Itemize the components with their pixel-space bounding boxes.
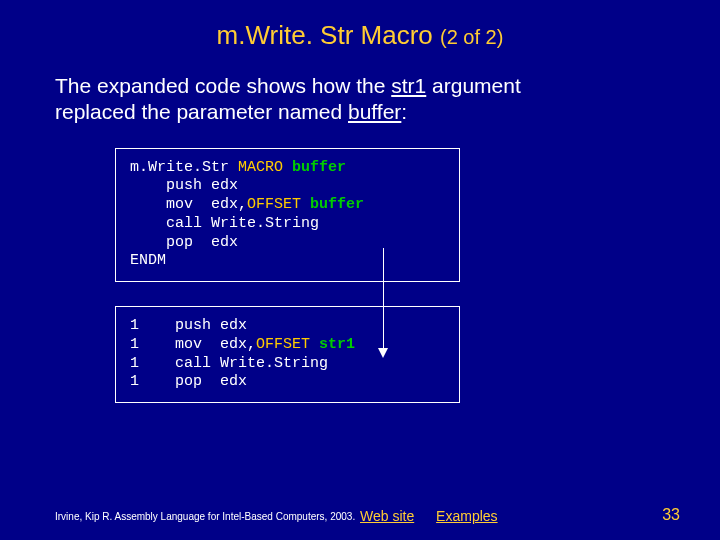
code2-l2c [310,336,319,353]
website-link[interactable]: Web site [360,508,414,524]
code2-l4: 1 pop edx [130,373,445,392]
code1-l3-buffer: buffer [310,196,364,213]
code2-l2-str1: str1 [319,336,355,353]
code1-l3c [301,196,310,213]
arrow-head-icon [378,348,388,358]
code2-l1: 1 push edx [130,317,445,336]
arrow-shaft [383,248,384,352]
title-main: m.Write. Str Macro [217,20,433,50]
body-line2-pre: replaced the parameter named [55,100,348,123]
code1-l3: mov edx,OFFSET buffer [130,196,445,215]
code2-l3: 1 call Write.String [130,355,445,374]
body-buffer: buffer [348,100,401,123]
code1-l1-macro: MACRO [238,159,283,176]
code1-l6: ENDM [130,252,445,271]
code2-l2-offset: OFFSET [256,336,310,353]
examples-link[interactable]: Examples [436,508,497,524]
citation-text: Irvine, Kip R. Assembly Language for Int… [55,511,355,522]
code1-l2: push edx [130,177,445,196]
footer: Irvine, Kip R. Assembly Language for Int… [0,502,720,522]
code1-l3a: mov edx, [130,196,247,213]
page-number: 33 [662,506,680,524]
slide: m.Write. Str Macro (2 of 2) The expanded… [0,0,720,540]
code1-l1: m.Write.Str MACRO buffer [130,159,445,178]
code2-l2a: 1 mov edx, [130,336,256,353]
body-text: The expanded code shows how the str1 arg… [0,51,720,126]
code-box-macro-def: m.Write.Str MACRO buffer push edx mov ed… [115,148,460,283]
code1-l1-buffer: buffer [292,159,346,176]
code1-l4: call Write.String [130,215,445,234]
body-line1-post: argument [426,74,521,97]
code1-l5: pop edx [130,234,445,253]
code1-l1a: m.Write.Str [130,159,238,176]
code2-l2: 1 mov edx,OFFSET str1 [130,336,445,355]
code1-l1c [283,159,292,176]
body-str1: str1 [391,74,426,97]
code1-l3-offset: OFFSET [247,196,301,213]
code-box-expanded: 1 push edx 1 mov edx,OFFSET str1 1 call … [115,306,460,403]
body-line1-pre: The expanded code shows how the [55,74,391,97]
slide-title: m.Write. Str Macro (2 of 2) [0,0,720,51]
body-line2-post: : [401,100,407,123]
title-sub: (2 of 2) [440,26,503,48]
footer-links: Web site Examples [360,508,516,524]
